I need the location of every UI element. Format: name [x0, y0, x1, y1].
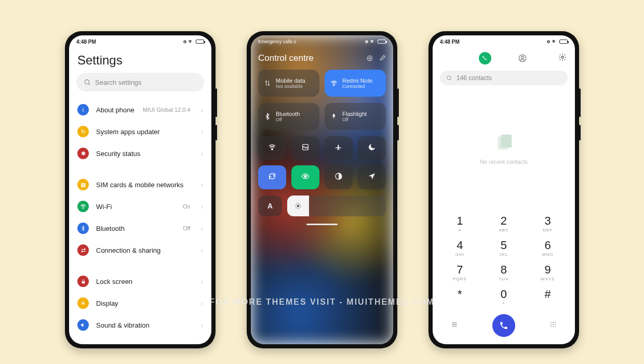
wifi-icon: ᯤ [189, 39, 194, 44]
cast-icon: ⌾ [365, 39, 368, 44]
control-centre-screen: Emergency calls o ⌾ ᯤ Control centre Mob… [251, 35, 393, 344]
key-1[interactable]: 1∞ [438, 212, 482, 237]
auto-brightness-toggle[interactable]: A [258, 196, 282, 216]
status-bar: Emergency calls o ⌾ ᯤ [258, 35, 386, 48]
edit-icon[interactable] [379, 55, 386, 62]
chevron-right-icon: › [201, 181, 203, 189]
key-3[interactable]: 3DEF [526, 212, 570, 237]
status-bar: 4:48 PM ⌾ ᯤ [69, 35, 211, 48]
tile-flashlight[interactable]: FlashlightOff [325, 103, 386, 130]
settings-row-icon: ↻ [77, 126, 89, 137]
settings-row-label: Bluetooth [96, 225, 176, 232]
key-7[interactable]: 7PQRS [438, 261, 482, 285]
settings-button[interactable] [558, 53, 567, 63]
dialer-search-text: 146 contacts [457, 74, 492, 82]
tab-recents[interactable] [479, 52, 491, 64]
svg-point-34 [553, 324, 554, 325]
tab-contacts[interactable] [516, 52, 529, 64]
settings-row-bluetooth[interactable]: BluetoothOff› [76, 217, 204, 239]
key-number: 9 [526, 264, 570, 276]
settings-row-sound-vibration[interactable]: Sound & vibration› [76, 314, 204, 336]
tile-airplane[interactable] [325, 136, 353, 160]
svg-point-32 [555, 322, 556, 323]
phone-icon [499, 321, 508, 330]
tile-label: Redmi Note [342, 77, 372, 84]
battery-icon [378, 40, 386, 44]
settings-row-about-phone[interactable]: iAbout phoneMIUI Global 12.0.4› [76, 99, 204, 121]
settings-row-label: SIM cards & mobile networks [96, 181, 194, 189]
settings-row-icon: ⇄ [77, 244, 89, 256]
key-9[interactable]: 9WXYZ [526, 261, 570, 285]
dialer-search-input[interactable]: 146 contacts [440, 71, 568, 85]
call-button[interactable] [492, 314, 515, 337]
key-sublabel: GHI [438, 252, 482, 257]
settings-row-security-status[interactable]: ✱Security status› [76, 142, 204, 164]
dialer-screen: 4:48 PM ⌾ ᯤ [433, 35, 575, 344]
tile-rotate[interactable] [258, 165, 286, 189]
key-4[interactable]: 4GHI [438, 237, 482, 261]
svg-point-37 [553, 326, 554, 327]
tile-dnd[interactable] [358, 136, 386, 160]
settings-row-display[interactable]: ☀Display› [76, 292, 204, 314]
settings-row-icon [77, 201, 89, 212]
tile-screenshot[interactable] [291, 136, 319, 160]
brightness-icon [294, 202, 302, 210]
empty-contacts-icon [492, 131, 516, 154]
key-number: 7 [438, 264, 482, 276]
key-*[interactable]: * [438, 285, 482, 310]
svg-point-33 [551, 324, 552, 325]
svg-point-31 [553, 322, 554, 323]
chevron-right-icon: › [201, 225, 203, 232]
settings-row-sim-cards-mobile-networks[interactable]: ▦SIM cards & mobile networks› [76, 174, 204, 196]
menu-button[interactable] [450, 320, 459, 331]
key-#[interactable]: # [526, 285, 570, 310]
tile-wifi-small[interactable] [258, 136, 286, 160]
settings-row-wi-fi[interactable]: Wi-FiOn› [76, 196, 204, 217]
key-5[interactable]: 5JKL [482, 237, 526, 261]
settings-row-icon [77, 276, 89, 287]
dialpad-icon [549, 320, 557, 329]
key-number: 3 [526, 215, 570, 227]
control-centre-title: Control centre [258, 53, 314, 63]
key-number: 2 [482, 215, 526, 227]
settings-row-lock-screen[interactable]: Lock screen› [76, 270, 204, 292]
tile-dark[interactable] [325, 165, 353, 189]
gear-icon [558, 53, 567, 61]
phone-control-centre: Emergency calls o ⌾ ᯤ Control centre Mob… [247, 31, 397, 348]
key-6[interactable]: 6MNO [526, 237, 570, 261]
svg-point-36 [551, 326, 552, 327]
key-0[interactable]: 0+ [482, 285, 526, 310]
battery-icon [196, 40, 204, 44]
svg-point-35 [555, 324, 556, 325]
tile-wifi[interactable]: Redmi NoteConnected [325, 70, 386, 97]
svg-line-1 [89, 84, 90, 85]
svg-point-6 [333, 85, 334, 86]
dialpad-button[interactable] [549, 320, 557, 331]
tile-label: Flashlight [342, 111, 367, 117]
key-2[interactable]: 2ABC [482, 212, 526, 237]
settings-row-system-apps-updater[interactable]: ↻System apps updater› [76, 121, 204, 142]
target-icon[interactable] [366, 55, 373, 62]
flash-icon [330, 113, 338, 120]
tile-read[interactable] [291, 165, 319, 189]
tile-bluetooth[interactable]: BluetoothOff [258, 103, 319, 130]
brightness-slider[interactable] [287, 196, 386, 216]
tile-mobile-data[interactable]: Mobile dataNot available [258, 70, 319, 97]
tile-location[interactable] [358, 165, 386, 189]
svg-line-17 [300, 207, 300, 208]
search-settings-input[interactable]: Search settings [76, 73, 204, 92]
settings-row-label: Security status [96, 150, 194, 158]
home-indicator[interactable] [306, 224, 338, 225]
settings-screen: 4:48 PM ⌾ ᯤ Settings Search settings iAb… [69, 35, 211, 344]
settings-row-icon: ▦ [77, 179, 89, 190]
key-8[interactable]: 8TUV [482, 261, 526, 285]
settings-row-connection-sharing[interactable]: ⇄Connection & sharing› [76, 239, 204, 261]
dialer-empty-text: No recent contacts [480, 159, 528, 165]
tile-sublabel: Off [276, 117, 300, 122]
status-time: 4:48 PM [440, 39, 460, 45]
key-sublabel: WXYZ [526, 277, 570, 281]
dialer-empty-state: No recent contacts [433, 85, 575, 210]
settings-row-label: System apps updater [96, 128, 194, 136]
tile-sublabel: Not available [276, 84, 305, 89]
nav-icon [368, 172, 376, 183]
